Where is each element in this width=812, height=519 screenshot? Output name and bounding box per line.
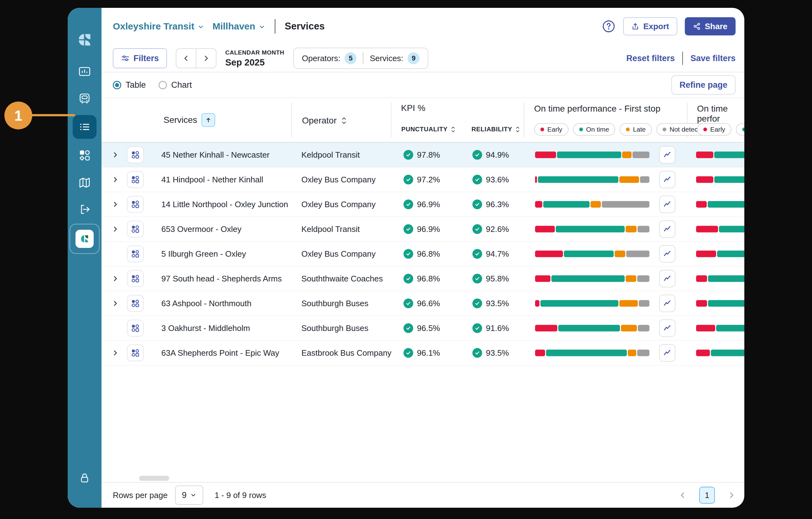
column-header-operator[interactable]: Operator — [302, 116, 347, 126]
service-name: 3 Oakhurst - Middleholm — [161, 323, 250, 333]
service-name: 63 Ashpool - Northmouth — [161, 299, 252, 308]
row-stops-grid-button[interactable] — [127, 320, 144, 336]
row-stops-grid-button[interactable] — [127, 270, 144, 287]
export-label: Export — [643, 22, 669, 31]
trend-sparkline-button[interactable] — [659, 319, 675, 337]
reliability-value-text: 93.6% — [486, 175, 509, 185]
filter-summary-pill[interactable]: Operators: 5 Services: 9 — [293, 48, 429, 69]
row-stops-grid-button[interactable] — [127, 146, 144, 163]
check-icon — [474, 202, 480, 207]
row-stops-grid-button[interactable] — [127, 245, 144, 262]
otp-second-stacked-bar — [696, 300, 744, 307]
chevron-right-icon — [112, 201, 119, 208]
save-filters-link[interactable]: Save filters — [691, 54, 735, 63]
service-name: 45 Nether Kinhall - Newcaster — [161, 150, 269, 160]
check-icon — [406, 177, 411, 183]
current-page-button[interactable]: 1 — [699, 487, 715, 503]
operators-label: Operators: — [302, 54, 341, 63]
legend-pill-early[interactable]: Early — [697, 123, 731, 136]
reliability-value: 95.8% — [472, 274, 509, 284]
row-expand-button[interactable] — [112, 300, 119, 307]
sidebar-item-logout[interactable] — [73, 197, 96, 221]
bar-segment-notdetected — [637, 350, 649, 356]
services-sort-button[interactable] — [201, 113, 215, 127]
sort-ascending-icon — [205, 116, 212, 124]
bar-segment-early — [696, 275, 707, 282]
sidebar-item-map[interactable] — [73, 171, 96, 195]
row-stops-grid-button[interactable] — [127, 171, 144, 188]
next-page-button[interactable] — [727, 491, 735, 499]
check-icon — [406, 326, 411, 331]
check-icon — [474, 276, 480, 281]
check-circle-icon — [472, 299, 482, 308]
trend-sparkline-button[interactable] — [659, 220, 675, 238]
bar-segment-late — [619, 300, 638, 307]
lock-icon — [78, 472, 91, 484]
rows-per-page-select[interactable]: 9 — [175, 486, 203, 505]
sidebar-item-vehicles[interactable] — [73, 87, 96, 111]
column-header-reliability[interactable]: RELIABILITY — [471, 126, 520, 133]
previous-month-button[interactable] — [176, 49, 196, 68]
rows-per-page-value: 9 — [182, 490, 186, 500]
view-radio-table[interactable]: Table — [113, 80, 146, 90]
bar-segment-late — [619, 176, 639, 183]
bar-segment-late — [622, 152, 632, 158]
reliability-value: 93.6% — [472, 175, 509, 185]
help-icon[interactable] — [602, 20, 616, 33]
filters-button[interactable]: Filters — [113, 48, 167, 68]
legend-pill-late[interactable]: Late — [620, 123, 652, 136]
export-button[interactable]: Export — [623, 17, 677, 35]
trend-sparkline-button[interactable] — [659, 270, 675, 288]
region-selector[interactable]: Millhaven — [212, 21, 265, 32]
bar-segment-late — [628, 350, 636, 356]
sidebar-item-analytics[interactable] — [73, 59, 96, 83]
horizontal-scrollbar-thumb[interactable] — [139, 476, 169, 481]
refine-page-button[interactable]: Refine page — [671, 75, 735, 94]
sidebar-item-services-list[interactable] — [73, 115, 96, 139]
bar-segment-early — [535, 275, 550, 282]
column-header-punctuality[interactable]: PUNCTUALITY — [401, 126, 456, 133]
row-stops-grid-button[interactable] — [127, 196, 144, 213]
sidebar-item-shapes[interactable] — [73, 143, 96, 167]
share-button[interactable]: Share — [685, 17, 735, 35]
operator-name: Oxley Bus Company — [301, 175, 376, 185]
trend-sparkline-button[interactable] — [659, 295, 675, 312]
bar-segment-ontime — [541, 300, 618, 307]
annotation-connector-line — [31, 114, 75, 116]
trend-sparkline-button[interactable] — [659, 245, 675, 263]
row-expand-button[interactable] — [112, 275, 119, 282]
row-expand-button[interactable] — [112, 350, 119, 356]
next-month-button[interactable] — [196, 49, 216, 68]
legend-pill-on-t[interactable]: On t — [736, 123, 744, 136]
row-stops-grid-button[interactable] — [127, 345, 144, 361]
reliability-value-text: 93.5% — [486, 348, 509, 358]
sidebar-item-lock[interactable] — [73, 466, 96, 490]
operator-column-label: Operator — [302, 116, 337, 126]
bar-segment-early — [696, 251, 716, 257]
trend-sparkline-button[interactable] — [659, 146, 675, 164]
row-expand-button[interactable] — [112, 201, 119, 208]
legend-pill-on-time[interactable]: On time — [573, 123, 616, 136]
view-radio-chart[interactable]: Chart — [158, 80, 192, 90]
bar-segment-early — [696, 300, 707, 307]
row-expand-button[interactable] — [112, 152, 119, 158]
previous-page-button[interactable] — [678, 491, 687, 499]
bar-segment-early — [535, 251, 563, 257]
trend-sparkline-button[interactable] — [659, 171, 675, 188]
row-stops-grid-button[interactable] — [127, 295, 144, 312]
trend-sparkline-button[interactable] — [659, 344, 675, 362]
trend-sparkline-button[interactable] — [659, 196, 675, 213]
legend-dot-icon — [663, 128, 666, 131]
grid-shapes-icon — [130, 175, 140, 184]
reset-filters-link[interactable]: Reset filters — [626, 54, 675, 63]
chevron-right-icon — [112, 350, 119, 356]
row-expand-button[interactable] — [112, 176, 119, 183]
row-stops-grid-button[interactable] — [127, 221, 144, 238]
legend-pill-early[interactable]: Early — [534, 123, 569, 136]
bar-segment-late — [615, 251, 625, 257]
row-expand-button[interactable] — [112, 226, 119, 233]
sidebar-item-partner-app[interactable] — [69, 224, 99, 254]
org-selector[interactable]: Oxleyshire Transit — [113, 21, 204, 32]
column-header-services[interactable]: Services — [164, 113, 215, 127]
operator-name: Eastbrook Bus Company — [301, 348, 392, 358]
